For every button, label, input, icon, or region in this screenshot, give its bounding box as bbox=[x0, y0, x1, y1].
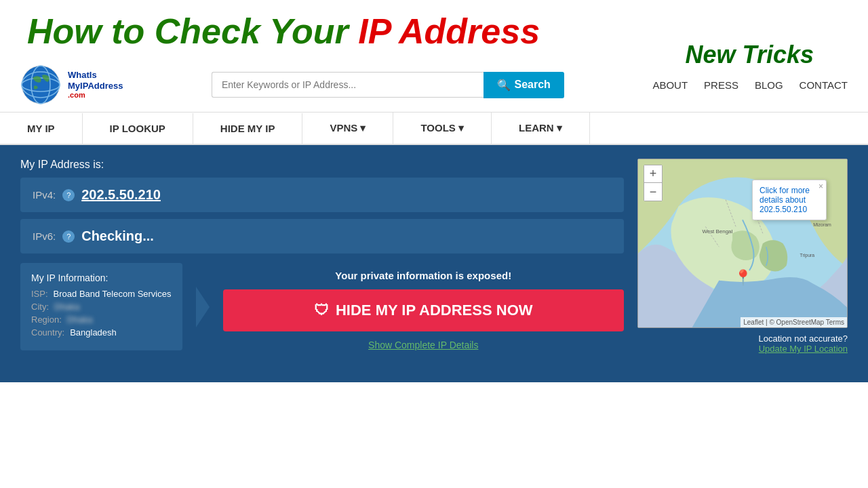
isp-row: ISP: Broad Band Telecom Services bbox=[31, 289, 172, 299]
search-label: Search bbox=[515, 79, 551, 91]
region-row: Region: Dhaka bbox=[31, 314, 172, 325]
isp-label: ISP: bbox=[31, 289, 48, 299]
info-section: My IP Information: ISP: Broad Band Telec… bbox=[20, 263, 624, 350]
show-details-link[interactable]: Show Complete IP Details bbox=[368, 340, 478, 350]
ipv4-address[interactable]: 202.5.50.210 bbox=[81, 187, 161, 203]
isp-value: Broad Band Telecom Services bbox=[54, 289, 172, 299]
map-credit: Leaflet | © OpenStreetMap Terms bbox=[741, 317, 847, 327]
map-zoom-controls: + − bbox=[644, 165, 663, 201]
left-section: My IP Address is: IPv4: ? 202.5.50.210 I… bbox=[20, 159, 624, 369]
ip-info-box: My IP Information: ISP: Broad Band Telec… bbox=[20, 263, 182, 350]
search-icon: 🔍 bbox=[497, 79, 511, 92]
map-container[interactable]: West Bengal Meghalaya Tripura Mizoram + … bbox=[637, 159, 848, 328]
title-red: IP Address bbox=[358, 12, 540, 51]
update-location-link[interactable]: Update My IP Location bbox=[637, 344, 848, 354]
country-row: Country: Bangladesh bbox=[31, 327, 172, 338]
navbar: MY IP IP LOOKUP HIDE MY IP VPNS ▾ TOOLS … bbox=[0, 113, 868, 145]
svg-text:West Bengal: West Bengal bbox=[702, 228, 732, 235]
region-label: Region: bbox=[31, 314, 62, 325]
city-row: City: Dhaka bbox=[31, 302, 172, 312]
logo-com: .com bbox=[68, 91, 123, 100]
ipv6-label: IPv6: bbox=[33, 230, 56, 242]
hide-ip-section: Your private information is exposed! 🛡 H… bbox=[223, 263, 625, 350]
nav-hide-my-ip[interactable]: HIDE MY IP bbox=[193, 113, 303, 144]
logo-line2: MyIPAddress bbox=[68, 81, 123, 91]
ip-address-label: My IP Address is: bbox=[20, 159, 624, 171]
title-section: How to Check Your IP Address New Tricks bbox=[0, 0, 868, 58]
location-not-accurate-text: Location not accurate? bbox=[758, 333, 848, 344]
search-input[interactable] bbox=[212, 72, 484, 98]
exposed-warning: Your private information is exposed! bbox=[335, 270, 511, 281]
ipv4-label: IPv4: bbox=[33, 189, 56, 201]
map-section: West Bengal Meghalaya Tripura Mizoram + … bbox=[637, 159, 848, 369]
logo-globe-icon bbox=[20, 64, 61, 105]
nav-blog[interactable]: BLOG bbox=[755, 79, 783, 91]
nav-ip-lookup[interactable]: IP LOOKUP bbox=[83, 113, 193, 144]
ipv6-help-icon[interactable]: ? bbox=[62, 230, 75, 243]
nav-learn[interactable]: LEARN ▾ bbox=[492, 113, 590, 144]
ipv4-help-icon[interactable]: ? bbox=[62, 189, 75, 201]
ipv6-box: IPv6: ? Checking... bbox=[20, 219, 624, 253]
nav-tools[interactable]: TOOLS ▾ bbox=[393, 113, 492, 144]
nav-press[interactable]: PRESS bbox=[704, 79, 738, 91]
close-icon[interactable]: × bbox=[818, 182, 823, 191]
title-green: How to Check Your bbox=[27, 12, 358, 51]
nav-my-ip[interactable]: MY IP bbox=[0, 113, 83, 144]
hide-ip-label: HIDE MY IP ADDRESS NOW bbox=[336, 302, 533, 319]
subtitle: New Tricks bbox=[686, 41, 814, 69]
zoom-out-button[interactable]: − bbox=[644, 183, 662, 201]
ipv4-box: IPv4: ? 202.5.50.210 bbox=[20, 178, 624, 212]
map-pin-icon: 📍 bbox=[734, 269, 752, 287]
region-value: Dhaka bbox=[67, 314, 93, 325]
header-nav: ABOUT PRESS BLOG CONTACT bbox=[652, 79, 848, 91]
nav-contact[interactable]: CONTACT bbox=[800, 79, 848, 91]
city-value: Dhaka bbox=[54, 302, 80, 312]
nav-about[interactable]: ABOUT bbox=[652, 79, 688, 91]
main-content: My IP Address is: IPv4: ? 202.5.50.210 I… bbox=[0, 145, 868, 382]
map-popup-text: Click for more details about 202.5.50.21… bbox=[760, 186, 810, 214]
main-title: How to Check Your IP Address bbox=[27, 12, 540, 51]
ip-info-title: My IP Information: bbox=[31, 272, 172, 283]
country-label: Country: bbox=[31, 327, 64, 338]
location-footer: Location not accurate? Update My IP Loca… bbox=[637, 333, 848, 354]
logo-line1: WhatIs bbox=[68, 70, 97, 80]
logo: WhatIs MyIPAddress .com bbox=[20, 64, 123, 105]
city-label: City: bbox=[31, 302, 49, 312]
map-popup[interactable]: × Click for more details about 202.5.50.… bbox=[752, 180, 827, 220]
svg-text:Mizoram: Mizoram bbox=[813, 223, 831, 228]
shield-icon: 🛡 bbox=[314, 302, 329, 319]
svg-text:Tripura: Tripura bbox=[800, 253, 814, 258]
logo-text: WhatIs MyIPAddress .com bbox=[68, 70, 123, 100]
zoom-in-button[interactable]: + bbox=[644, 165, 662, 183]
search-button[interactable]: 🔍 Search bbox=[484, 72, 564, 98]
country-value: Bangladesh bbox=[70, 327, 117, 338]
search-area: 🔍 Search bbox=[212, 72, 564, 98]
arrow-right-icon bbox=[196, 287, 210, 327]
nav-vpns[interactable]: VPNS ▾ bbox=[302, 113, 393, 144]
ipv6-status: Checking... bbox=[81, 228, 154, 244]
hide-ip-button[interactable]: 🛡 HIDE MY IP ADDRESS NOW bbox=[223, 289, 625, 331]
